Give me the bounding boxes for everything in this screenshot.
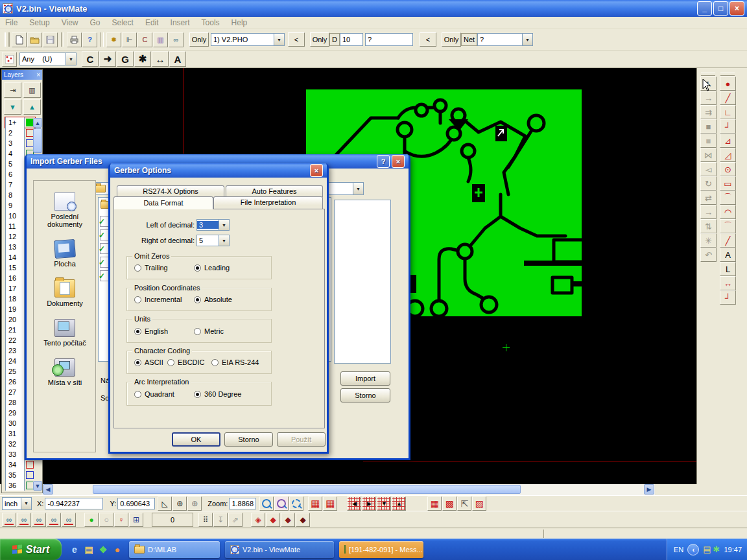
radio-ebcdic[interactable] — [167, 359, 174, 366]
view-flash-glasses-icon[interactable]: ∞ — [62, 513, 76, 527]
anchor-icon[interactable]: ↧ — [213, 513, 228, 527]
send-to-layer-icon[interactable]: ⇥ — [4, 82, 21, 98]
trace-h-icon[interactable]: ↔ — [152, 51, 169, 67]
chevron-down-icon[interactable]: ▼ — [353, 183, 363, 194]
draw-circle-icon[interactable]: ⊙ — [720, 162, 736, 176]
only-layer-button[interactable]: Only — [189, 32, 209, 47]
place-desktop[interactable]: Plocha — [36, 240, 94, 268]
tray-clover-icon[interactable]: ✱ — [713, 544, 720, 554]
print-button[interactable] — [67, 32, 82, 47]
view-lines-glasses-icon[interactable]: ∞ — [17, 513, 31, 527]
horizontal-scroll-thumb[interactable] — [93, 485, 521, 494]
grid-icon[interactable]: ▦ — [323, 496, 337, 511]
clock[interactable]: 19:47 — [724, 546, 742, 554]
layer-down-icon[interactable]: ▼ — [4, 99, 21, 115]
radio-trailing[interactable] — [134, 264, 141, 272]
inspect-glasses-icon[interactable]: ∞ — [169, 32, 184, 47]
pan-up-grid-icon[interactable]: ▲ — [392, 496, 406, 511]
scroll-right-button[interactable]: ▶ — [644, 484, 654, 495]
table-view-icon[interactable]: ⊞ — [129, 513, 143, 527]
dialog-close-button[interactable]: × — [310, 164, 323, 177]
tab-file-interpretation[interactable]: File Interpretation — [213, 196, 323, 209]
dot-pattern-icon[interactable] — [2, 52, 17, 67]
highlight-off-icon[interactable]: ○ — [99, 513, 113, 527]
close-button[interactable]: × — [729, 1, 744, 16]
view-trace-glasses-icon[interactable]: ∞ — [47, 513, 61, 527]
draw-chord-icon[interactable]: ╱ — [720, 233, 736, 248]
fill-light-icon[interactable]: ■ — [700, 134, 717, 148]
grid-board-icon[interactable]: ▦ — [308, 496, 322, 511]
draw-rectangle-icon[interactable]: ▭ — [720, 176, 736, 191]
palette-grip[interactable] — [701, 73, 715, 76]
layers-scroll-down[interactable]: ▼ — [33, 481, 42, 491]
bend-tool-icon[interactable]: ┘ — [720, 290, 736, 305]
place-network[interactable]: Místa v síti — [36, 358, 94, 386]
layer-select-combo[interactable]: 1) V2.PHO ▼ — [211, 33, 285, 46]
text-a-icon[interactable]: A — [169, 51, 186, 67]
pad-flash-icon[interactable]: ◈ — [251, 513, 265, 527]
collapse-tray-icon[interactable]: ‹ — [687, 544, 699, 555]
green-book-icon[interactable]: ❖ — [97, 543, 110, 556]
layer-up-icon[interactable]: ▲ — [23, 99, 41, 115]
only-dcode-button[interactable]: Only — [310, 32, 329, 47]
layers-scroll-thumb[interactable] — [33, 128, 42, 153]
draw-triangle-icon[interactable]: ◿ — [720, 148, 736, 162]
open-file-button[interactable] — [27, 32, 42, 47]
layer-table-icon[interactable]: ▥ — [23, 82, 41, 98]
scroll-left-button[interactable]: ◀ — [43, 484, 53, 495]
chevron-down-icon[interactable]: ▼ — [522, 34, 532, 45]
measure-tools-icon[interactable]: ⊩ — [122, 32, 137, 47]
menu-item[interactable]: Go — [90, 18, 101, 27]
settings-gear-icon[interactable]: ✳ — [700, 233, 717, 248]
prev-dcode-button[interactable]: < — [420, 32, 436, 47]
menu-item[interactable]: File — [5, 18, 18, 27]
layer-row[interactable]: 3 — [5, 138, 35, 148]
layer-colors-icon[interactable]: ▥ — [153, 32, 168, 47]
ok-button[interactable]: OK — [172, 432, 220, 447]
rotate-icon[interactable]: ↻ — [700, 176, 717, 191]
move-item-icon[interactable]: → — [700, 91, 717, 105]
menu-item[interactable]: Edit — [145, 18, 159, 27]
swap-icon[interactable]: ⇅ — [700, 219, 717, 233]
width-tool-icon[interactable]: ↔ — [720, 276, 736, 290]
mirror-icon[interactable]: ⋈ — [700, 148, 717, 162]
apply-button[interactable]: Použít — [277, 432, 326, 447]
view-all-glasses-icon[interactable]: ∞ — [2, 513, 16, 527]
place-my-computer[interactable]: Tento počítač — [36, 319, 94, 347]
left-decimal-combo[interactable]: 3 ▼ — [196, 219, 230, 231]
probe-point-icon[interactable]: ⊕ — [187, 496, 202, 511]
move-to-icon[interactable]: → — [700, 205, 717, 219]
menu-item[interactable]: Setup — [29, 18, 49, 27]
chevron-down-icon[interactable]: ▼ — [274, 34, 284, 45]
right-decimal-combo[interactable]: 5 ▼ — [196, 235, 230, 246]
chevron-down-icon[interactable]: ▼ — [219, 235, 229, 246]
firefox-icon[interactable]: ● — [111, 543, 124, 556]
copy-item-icon[interactable]: ⇉ — [700, 105, 717, 119]
tab-auto-features[interactable]: Auto Features — [226, 185, 323, 197]
item-filter-combo[interactable]: Any (U) ▼ — [19, 52, 77, 65]
menu-item[interactable]: Help — [231, 18, 248, 27]
layer-row[interactable]: 34 — [5, 460, 35, 470]
label-tool-icon[interactable]: L — [720, 262, 736, 276]
text-tool-icon[interactable]: A — [720, 248, 736, 262]
layers-panel-title[interactable]: Layers × — [2, 70, 42, 80]
chevron-down-icon[interactable]: ▼ — [21, 498, 31, 509]
layers-scroll-up[interactable]: ▲ — [33, 118, 42, 128]
draw-arc-dash-icon[interactable]: ⌒ — [720, 219, 736, 233]
zoom-grid-lens-icon[interactable] — [274, 496, 289, 511]
dialog-close-button[interactable]: × — [392, 155, 405, 168]
draw-pad-icon[interactable]: ● — [720, 76, 736, 91]
goto-arrow-icon[interactable]: ➜ — [99, 51, 116, 67]
draw-angle-icon[interactable]: ⊿ — [720, 134, 736, 148]
task-button-explorer[interactable]: D:\MLAB — [129, 541, 220, 558]
minimize-button[interactable]: _ — [697, 1, 712, 16]
layer-row[interactable]: 2 — [5, 128, 35, 138]
place-recent-documents[interactable]: Poslední dokumenty — [36, 192, 94, 228]
draw-corner-icon[interactable]: ┘ — [720, 119, 736, 134]
view-pads-glasses-icon[interactable]: ∞ — [32, 513, 46, 527]
dcode-input[interactable]: 10 — [340, 33, 363, 46]
gerber-g-icon[interactable]: G — [117, 51, 134, 67]
explorer-folder-icon[interactable]: ▤ — [82, 543, 95, 556]
layer-row[interactable]: 1+ — [5, 117, 35, 128]
import-button[interactable]: Import — [340, 371, 390, 386]
